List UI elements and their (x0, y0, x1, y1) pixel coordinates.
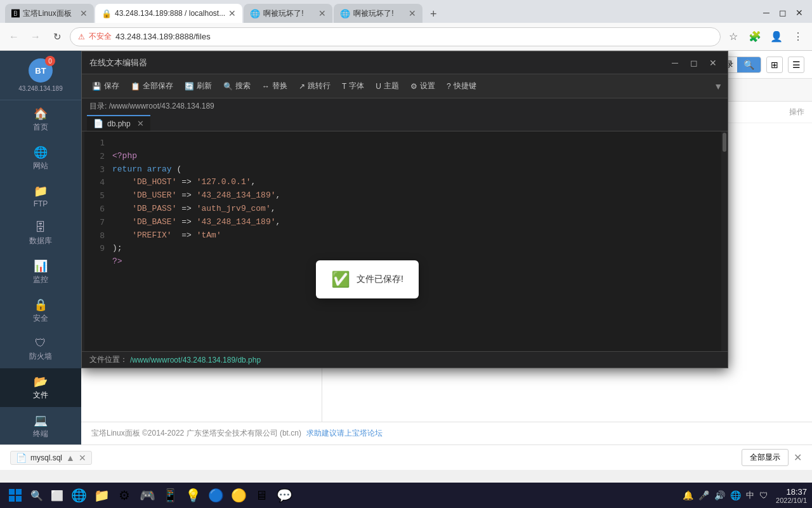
file-location-path: /www/wwwroot/43.248.134.189/db.php (130, 356, 261, 364)
nav-forward[interactable]: → (27, 28, 44, 46)
tray-volume[interactable]: 🔊 (714, 490, 725, 500)
taskbar-app1[interactable]: 🎮 (137, 485, 157, 505)
monitor-icon: 📊 (34, 259, 48, 273)
taskbar-edge[interactable]: 🔵 (206, 485, 226, 505)
view-grid-btn[interactable]: ⊞ (766, 57, 783, 73)
tray-antivirus[interactable]: 🛡 (759, 490, 768, 500)
tab-file-icon: 📄 (93, 119, 103, 128)
editor-settings-btn[interactable]: ⚙ 设置 (405, 78, 440, 94)
tab-file-close[interactable]: ✕ (137, 119, 144, 128)
editor-shortcuts-btn[interactable]: ? 快捷键 (442, 78, 481, 94)
sidebar-item-security-label: 安全 (33, 313, 48, 324)
svg-rect-1 (16, 489, 22, 495)
tray-time: 18:37 (776, 487, 807, 497)
nav-bar: ← → ↻ ⚠ 不安全 43.248.134.189:8888/files ☆ … (0, 23, 812, 51)
sidebar-item-database-label: 数据库 (29, 236, 52, 246)
editor-search-btn[interactable]: 🔍 搜索 (218, 78, 256, 94)
nav-back[interactable]: ← (5, 28, 23, 46)
svg-rect-3 (16, 496, 22, 502)
tab-1[interactable]: 🅱 宝塔Linux面板 ✕ (5, 4, 94, 23)
menu-icon[interactable]: ⋮ (789, 28, 807, 46)
bottom-file-bar: 📄 mysql.sql ▲ ✕ 全部显示 ✕ (0, 444, 812, 470)
editor-theme-btn[interactable]: U 主题 (370, 78, 404, 94)
search-button[interactable]: 🔍 (737, 57, 761, 72)
tray-ime[interactable]: 中 (746, 490, 754, 501)
window-maximize[interactable]: ◻ (775, 5, 790, 20)
editor-goto-btn[interactable]: ↗ 跳转行 (294, 78, 336, 94)
file-badge: 📄 mysql.sql ▲ ✕ (10, 451, 92, 465)
sidebar-item-home[interactable]: 🏠 首页 (0, 100, 81, 139)
tray-notifications[interactable]: 🔔 (683, 490, 693, 500)
nav-reload[interactable]: ↻ (48, 28, 66, 46)
editor-save-btn[interactable]: 💾 保存 (87, 78, 124, 94)
code-content[interactable]: <?php return array ( 'DB_HOST' => '127.0… (107, 131, 721, 351)
start-button[interactable] (5, 485, 25, 505)
tab-4[interactable]: 🌐 啊被玩坏了! ✕ (334, 4, 422, 23)
show-all-button[interactable]: 全部显示 (742, 449, 789, 466)
security-menu-icon: 🔒 (34, 298, 48, 312)
tab-3[interactable]: 🌐 啊被玩坏了! ✕ (244, 4, 332, 23)
content-area: ← 根目录 › www › wwwroot › 43.248.134.189 ›… (81, 51, 812, 444)
editor-font-btn[interactable]: T 字体 (337, 78, 369, 94)
close-bottom-icon[interactable]: ✕ (794, 451, 802, 464)
dialog-close[interactable]: ✕ (706, 56, 720, 70)
taskbar-browser[interactable]: 🌐 (69, 485, 89, 505)
tab-1-close[interactable]: ✕ (80, 8, 88, 18)
footer-link[interactable]: 求助建议请上宝塔论坛 (306, 428, 383, 439)
tray-network[interactable]: 🌐 (730, 490, 741, 500)
editor-replace-btn[interactable]: ↔ 替换 (257, 78, 292, 94)
tab-4-close[interactable]: ✕ (409, 8, 416, 18)
taskbar-search[interactable]: 🔍 (28, 486, 46, 504)
bookmark-icon[interactable]: ☆ (724, 28, 742, 46)
tray-mic[interactable]: 🎤 (698, 490, 709, 500)
taskbar-explorer[interactable]: 📁 (91, 485, 112, 505)
sidebar-item-monitor[interactable]: 📊 监控 (0, 253, 81, 291)
sidebar-item-files[interactable]: 📂 文件 (0, 368, 81, 407)
tab-3-icon: 🌐 (250, 9, 260, 18)
sidebar-item-ftp[interactable]: 📁 FTP (0, 178, 81, 215)
tab-3-close[interactable]: ✕ (318, 8, 326, 18)
dialog-titlebar: 在线文本编辑器 ─ ◻ ✕ (82, 51, 728, 74)
dialog-toolbar: 💾 保存 📋 全部保存 🔄 刷新 🔍 搜索 ↔ 替换 ↗ 跳转行 T 字体 U … (82, 74, 728, 98)
new-tab-button[interactable]: + (424, 5, 443, 23)
sidebar-item-firewall[interactable]: 🛡 防火墙 (0, 330, 81, 368)
editor-refresh-btn[interactable]: 🔄 刷新 (180, 78, 217, 94)
editor-file-tab[interactable]: 📄 db.php ✕ (87, 115, 150, 131)
tab-file-label: db.php (107, 119, 131, 128)
taskbar-wechat[interactable]: 💬 (274, 485, 294, 505)
taskbar-task-view[interactable]: ⬜ (48, 486, 66, 504)
dialog-restore[interactable]: ◻ (687, 56, 701, 70)
taskbar: 🔍 ⬜ 🌐 📁 ⚙ 🎮 📱 💡 🔵 🟡 🖥 💬 🔔 🎤 🔊 🌐 中 🛡 18:3… (0, 483, 812, 508)
save-popup: ✅ 文件已保存! (316, 260, 419, 298)
taskbar-chrome[interactable]: 🟡 (228, 485, 249, 505)
dialog-title: 在线文本编辑器 (89, 57, 668, 69)
address-bar[interactable]: ⚠ 不安全 43.248.134.189:8888/files (70, 27, 721, 46)
sidebar-item-website-label: 网站 (33, 161, 48, 171)
tab-2-close[interactable]: ✕ (228, 8, 236, 18)
profile-icon[interactable]: 👤 (768, 28, 785, 46)
code-area[interactable]: 123456789 <?php return array ( 'DB_HOST'… (82, 131, 728, 351)
file-badge-name: mysql.sql (30, 453, 62, 462)
taskbar-settings[interactable]: ⚙ (114, 485, 134, 505)
dialog-minimize[interactable]: ─ (668, 56, 682, 70)
taskbar-app2[interactable]: 📱 (160, 485, 180, 505)
ftp-icon: 📁 (34, 184, 48, 198)
badge-close-icon[interactable]: ✕ (79, 453, 86, 463)
badge-up-icon[interactable]: ▲ (66, 453, 75, 463)
sidebar-item-terminal[interactable]: 💻 终端 (0, 407, 81, 444)
editor-scrollbar-right[interactable] (721, 131, 728, 351)
tab-1-icon: 🅱 (11, 9, 20, 18)
extension-icon[interactable]: 🧩 (746, 28, 764, 46)
scrollbar-thumb (723, 133, 726, 152)
taskbar-terminal[interactable]: 🖥 (251, 485, 272, 505)
sidebar-item-database[interactable]: 🗄 数据库 (0, 215, 81, 253)
window-close[interactable]: ✕ (792, 5, 807, 20)
tab-2[interactable]: 🔒 43.248.134.189:888 / localhost... ✕ (95, 4, 242, 23)
window-minimize[interactable]: ─ (759, 5, 774, 20)
taskbar-app3[interactable]: 💡 (183, 485, 203, 505)
editor-chevron[interactable]: ▼ (714, 81, 723, 91)
editor-save-all-btn[interactable]: 📋 全部保存 (126, 78, 178, 94)
sidebar-item-website[interactable]: 🌐 网站 (0, 139, 81, 178)
view-list-btn[interactable]: ☰ (788, 57, 804, 73)
sidebar-item-security[interactable]: 🔒 安全 (0, 291, 81, 330)
